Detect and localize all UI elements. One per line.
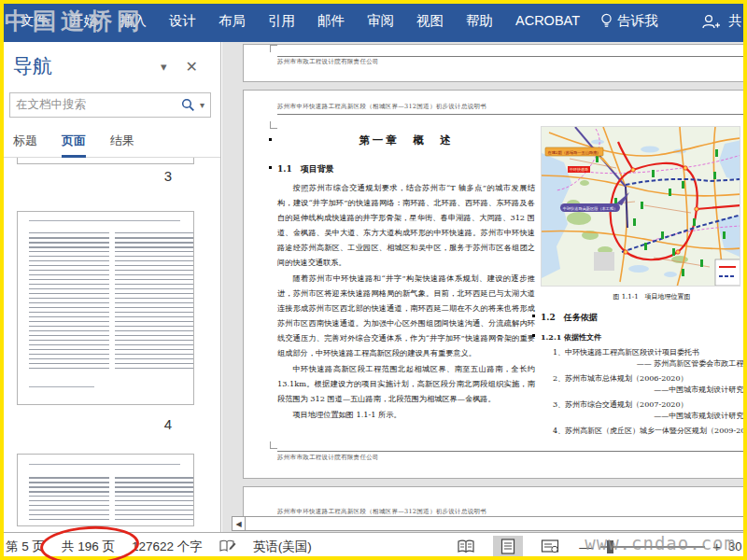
reference-item: 4、苏州高新区（虎丘区）城乡一体暨分区规划（2009-2030） — [541, 425, 747, 437]
ribbon-tab-insert[interactable]: 插入 — [108, 0, 158, 42]
ribbon-tab-design[interactable]: 设计 — [158, 0, 207, 42]
ribbon-tab-acrobat[interactable]: ACROBAT — [504, 0, 591, 42]
language-indicator[interactable]: 英语(美国) — [245, 539, 320, 555]
document-canvas: 苏州市市政工程设计院有限责任公司 苏州市中环快速路工程高新区段（相城区界—312… — [222, 42, 747, 532]
body-paragraph: 按照苏州市综合交通规划要求，结合苏州市“T 轴多点”的城市发展结构，建设“井字加… — [277, 180, 535, 270]
status-bar: 第 5 页 共 196 页 127622 个字 英语(美国) — [0, 532, 747, 560]
sign-in-person-icon[interactable] — [700, 13, 721, 30]
page-thumbnail-3-bottom-sliver[interactable] — [17, 158, 194, 164]
page-total-indicator[interactable]: 共 196 页 — [53, 539, 123, 555]
body-paragraph: 中环快速路高新区段工程范围北起相城区界、南至五山路南，全长约 13.1km。根据… — [277, 361, 535, 406]
page-thumbnail-4-number: 4 — [17, 413, 194, 437]
body-paragraph: 随着苏州市中环快速路和“井字”构架快速路体系规划、建设的逐步推进，苏州市区将迎来… — [277, 271, 535, 360]
page-footer-text: 苏州市市政工程设计院有限责任公司 — [277, 58, 379, 66]
read-mode-icon — [457, 539, 475, 554]
ribbon-tab-home[interactable]: 开始 — [59, 0, 108, 42]
ribbon-tab-help[interactable]: 帮助 — [455, 0, 504, 42]
zoom-out-button[interactable]: — — [579, 539, 593, 554]
print-layout-icon — [500, 539, 516, 554]
word-count-indicator[interactable]: 127622 个字 — [123, 539, 211, 555]
chapter-title: 第一章 概 述 — [277, 133, 535, 147]
search-icon[interactable] — [181, 98, 195, 112]
zoom-in-button[interactable]: + — [712, 539, 721, 554]
tell-me-box[interactable]: 告诉我 — [591, 12, 668, 30]
share-button[interactable]: 共 — [728, 12, 741, 30]
document-search-input[interactable]: 在文档中搜索 ▾ — [9, 92, 211, 118]
page-footer-text: 苏州市市政工程设计院有限责任公司 — [277, 454, 379, 462]
zoom-slider-handle[interactable] — [607, 540, 613, 553]
navigation-pane-title: 导航 — [13, 53, 52, 79]
map-legend — [715, 259, 740, 286]
page-position-indicator[interactable]: 第 5 页 — [6, 539, 53, 555]
body-paragraph: 项目地理位置如图 1.1-1 所示。 — [277, 407, 535, 422]
page-header-text: 苏州市中环快速路工程高新区段（相城区界—312国道）初步设计总说明书 — [277, 508, 486, 516]
ribbon-tab-references[interactable]: 引用 — [257, 0, 306, 42]
scroll-left-arrow-icon[interactable]: ◀ — [232, 516, 246, 531]
figure-caption: 图 1.1-1 项目地理位置图 — [541, 292, 747, 301]
zoom-slider[interactable] — [600, 546, 705, 548]
horizontal-scrollbar-track[interactable] — [246, 516, 744, 531]
nav-tab-results[interactable]: 结果 — [110, 133, 134, 157]
ribbon-tab-bar: 文件 开始 插入 设计 布局 引用 邮件 审阅 视图 帮助 ACROBAT 告诉… — [0, 0, 747, 42]
reference-source: ——中国城市规划设计研究院 20 — [541, 385, 747, 396]
print-layout-view-button[interactable] — [493, 536, 523, 557]
navigation-pane: 导航 ▾ ✕ 在文档中搜索 ▾ 标题 页面 结果 3 4 — [0, 42, 221, 532]
web-layout-icon — [541, 539, 559, 554]
proofing-status-icon[interactable] — [211, 539, 245, 553]
ribbon-tab-file[interactable]: 文件 — [9, 0, 59, 42]
page-thumbnail-3-number: 3 — [17, 164, 194, 189]
reference-source: ——中国城市规划设计研究院 20 — [541, 411, 747, 422]
document-page-4-fragment[interactable]: 苏州市市政工程设计院有限责任公司 — [243, 44, 747, 82]
search-placeholder: 在文档中搜索 — [16, 97, 181, 113]
section-heading-1-2-1: 1.2.1 依据性文件 — [541, 332, 747, 343]
ribbon-tab-layout[interactable]: 布局 — [207, 0, 257, 42]
ribbon-tab-mailings[interactable]: 邮件 — [306, 0, 356, 42]
document-page-5[interactable]: 苏州市中环快速路工程高新区段（相城区界—312国道）初步设计总说明书 【第 第一… — [243, 90, 747, 479]
zoom-percentage[interactable]: 30 — [728, 539, 745, 553]
map-label-project: 中环快速路高新区段（本工程） — [563, 206, 618, 211]
section-heading-1-2: 1.2 任务依据 — [541, 312, 747, 324]
page-thumbnail-4[interactable] — [17, 211, 194, 405]
reference-item: 2、苏州市城市总体规划（2006-2020） — [541, 372, 747, 385]
section-heading-1-1: 1.1 项目背景 — [277, 163, 535, 175]
map-label-middle-ring: 中环快速路 — [570, 167, 588, 172]
lightbulb-icon — [600, 13, 613, 29]
reference-item: 3、苏州市综合交通规划（2007-2020） — [541, 399, 747, 411]
read-mode-view-button[interactable] — [450, 537, 482, 557]
nav-tab-pages[interactable]: 页面 — [62, 133, 86, 158]
ribbon-tab-review[interactable]: 审阅 — [356, 0, 405, 42]
reference-item: 1、中环快速路工程高新区段设计项目委托书 — [541, 346, 747, 358]
navigation-pane-close-icon[interactable]: ✕ — [176, 58, 207, 76]
nav-tab-headings[interactable]: 标题 — [13, 133, 37, 157]
navigation-pane-options-chevron-icon[interactable]: ▾ — [151, 60, 176, 74]
reference-source: —— 苏州高新区管委会市政工程部 20 — [541, 358, 747, 370]
page-header-text: 苏州市中环快速路工程高新区段（相城区界—312国道）初步设计总说明书 — [277, 103, 486, 111]
map-label-construction: 在建2期（苏福路—五山路南） — [547, 150, 600, 155]
tell-me-label: 告诉我 — [617, 12, 658, 30]
project-location-map-image: 在建2期（苏福路—五山路南） 中环快速路 中环快速路高新区段（本工程） — [541, 126, 740, 287]
horizontal-scrollbar[interactable]: ◀ — [232, 516, 744, 531]
page-thumbnail-5-partial[interactable] — [17, 454, 194, 526]
ribbon-tab-view[interactable]: 视图 — [405, 0, 455, 42]
search-options-chevron-icon[interactable]: ▾ — [200, 100, 204, 110]
web-layout-view-button[interactable] — [534, 536, 566, 557]
